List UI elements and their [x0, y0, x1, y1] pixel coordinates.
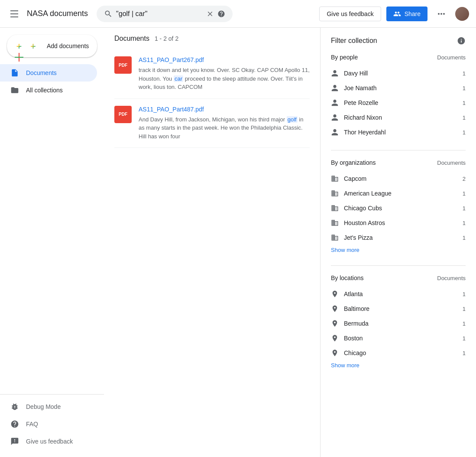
filter-item-left: Boston [331, 334, 363, 342]
filter-locations-header: By locations Documents [331, 274, 466, 281]
sidebar-feedback[interactable]: Give us feedback [0, 433, 104, 450]
filter-divider-2 [331, 265, 466, 266]
filter-item[interactable]: Capcom 2 [331, 171, 466, 186]
search-input[interactable] [116, 10, 203, 18]
filter-people-docs-col: Documents [437, 54, 466, 61]
filter-item-label: American League [344, 190, 392, 197]
locations-filter-list: Atlanta 1 Baltimore 1 Bermuda 1 Boston [331, 287, 466, 360]
filter-item-count: 1 [463, 114, 466, 121]
filter-by-organizations: By organizations Documents Capcom 2 Amer… [331, 159, 466, 255]
filter-by-locations: By locations Documents Atlanta 1 Baltimo… [331, 274, 466, 370]
filter-item[interactable]: Chicago Cubs 1 [331, 201, 466, 215]
filter-item-left: Thor Heyerdahl [331, 128, 386, 136]
filter-item-icon [331, 189, 339, 197]
sidebar-feedback-label: Give us feedback [26, 438, 73, 445]
filter-item-left: Bermuda [331, 320, 369, 327]
filter-title: Filter collection [331, 37, 377, 45]
pdf-icon-2: PDF [114, 106, 132, 123]
filter-item-count: 1 [463, 220, 466, 226]
document-item-1[interactable]: PDF AS11_PAO_Part267.pdf track it down a… [114, 49, 310, 99]
filter-item[interactable]: Pete Rozelle 1 [331, 95, 466, 110]
filter-item-count: 1 [463, 306, 466, 312]
doc-title-2: AS11_PAO_Part487.pdf [139, 106, 310, 113]
sidebar-item-documents-label: Documents [26, 69, 57, 76]
filter-item-icon [331, 99, 339, 107]
filter-item-icon [331, 234, 339, 242]
filter-item-label: Capcom [344, 175, 366, 182]
main-content: Documents 1 - 2 of 2 PDF AS11_PAO_Part26… [104, 28, 320, 457]
filter-item-label: Chicago [344, 349, 366, 356]
avatar[interactable] [455, 7, 469, 21]
filter-item-label: Baltimore [344, 305, 369, 312]
highlight-golf: golf [287, 116, 298, 123]
pdf-icon-1: PDF [114, 56, 132, 74]
filter-by-people: By people Documents Davy Hill 1 Joe Nama… [331, 54, 466, 140]
search-help-icon[interactable] [217, 10, 225, 18]
filter-item-label: Atlanta [344, 291, 363, 297]
filter-item-icon [331, 334, 339, 342]
filter-item-count: 1 [463, 85, 466, 91]
filter-info-icon[interactable] [457, 36, 466, 45]
search-clear-icon[interactable] [206, 10, 214, 18]
people-filter-list: Davy Hill 1 Joe Namath 1 Pete Rozelle 1 [331, 66, 466, 140]
filter-item[interactable]: Chicago 1 [331, 346, 466, 360]
doc-info-1: AS11_PAO_Part267.pdf track it down and l… [139, 56, 310, 91]
results-title: Documents [114, 35, 149, 42]
filter-header: Filter collection [331, 36, 466, 45]
filter-item[interactable]: Houston Astros 1 [331, 215, 466, 230]
feedback-button[interactable]: Give us feedback [319, 7, 381, 21]
filter-item[interactable]: Jet's Pizza 1 [331, 230, 466, 245]
share-button[interactable]: Share [386, 7, 427, 21]
filter-item[interactable]: Richard Nixon 1 [331, 110, 466, 125]
sidebar-debug-mode[interactable]: Debug Mode [0, 398, 104, 415]
svg-text:+: + [30, 41, 36, 52]
debug-icon [10, 402, 19, 411]
sidebar-item-collections-label: All collections [26, 87, 63, 94]
feedback-sidebar-icon [10, 437, 19, 446]
filter-item-left: Davy Hill [331, 69, 368, 77]
sidebar-item-all-collections[interactable]: All collections [0, 82, 97, 99]
filter-item-left: Baltimore [331, 305, 369, 313]
doc-snippet-1: track it down and let you know. Over. SC… [139, 66, 310, 91]
filter-item-count: 2 [463, 176, 466, 182]
faq-icon [10, 420, 19, 428]
filter-divider-1 [331, 150, 466, 150]
filter-item[interactable]: Thor Heyerdahl 1 [331, 125, 466, 140]
filter-item-icon [331, 204, 339, 212]
colorful-plus-icon: + [29, 40, 42, 52]
filter-item-icon [331, 349, 339, 357]
orgs-show-more[interactable]: Show more [331, 245, 466, 255]
sidebar: + Add documents [0, 28, 104, 457]
filter-item[interactable]: Baltimore 1 [331, 301, 466, 316]
filter-orgs-docs-col: Documents [437, 160, 466, 166]
filter-item[interactable]: Bermuda 1 [331, 316, 466, 331]
filter-item[interactable]: Davy Hill 1 [331, 66, 466, 81]
filter-item-label: Houston Astros [344, 219, 385, 226]
apps-button[interactable] [433, 5, 450, 23]
menu-button[interactable] [7, 7, 22, 21]
filter-item-label: Jet's Pizza [344, 234, 372, 241]
filter-locations-title: By locations [331, 274, 363, 281]
filter-item[interactable]: Joe Namath 1 [331, 81, 466, 95]
search-bar [97, 6, 233, 22]
sidebar-item-documents[interactable]: Documents [0, 64, 97, 82]
filter-item-left: Jet's Pizza [331, 234, 372, 242]
sidebar-faq[interactable]: FAQ [0, 415, 104, 433]
search-icon [104, 10, 113, 18]
filter-people-title: By people [331, 54, 358, 61]
debug-label: Debug Mode [26, 403, 61, 410]
filter-panel: Filter collection By people Documents Da… [320, 28, 476, 457]
locations-show-more[interactable]: Show more [331, 360, 466, 370]
document-item-2[interactable]: PDF AS11_PAO_Part487.pdf And Davy Hill, … [114, 99, 310, 148]
filter-item[interactable]: Boston 1 [331, 331, 466, 346]
add-documents-button[interactable]: + Add documents [7, 35, 97, 57]
filter-item-label: Joe Namath [344, 85, 376, 91]
results-count: 1 - 2 of 2 [155, 35, 178, 42]
filter-item-count: 1 [463, 335, 466, 342]
filter-item-icon [331, 84, 339, 92]
filter-item[interactable]: Atlanta 1 [331, 287, 466, 301]
filter-item-left: Atlanta [331, 290, 363, 298]
filter-item-icon [331, 128, 339, 136]
filter-item-icon [331, 219, 339, 227]
filter-item[interactable]: American League 1 [331, 186, 466, 201]
